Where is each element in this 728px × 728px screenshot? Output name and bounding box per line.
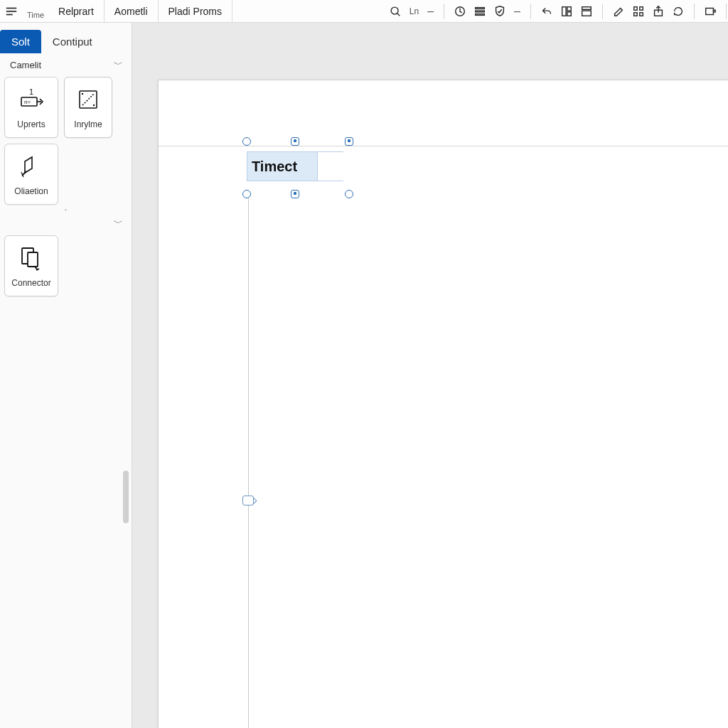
menu-item-aometli[interactable]: Aometli [105, 0, 159, 22]
svg-rect-11 [567, 11, 571, 15]
tool-connector[interactable]: Connector [4, 235, 58, 296]
shape-text[interactable]: Timect [247, 151, 318, 181]
svg-line-4 [397, 13, 400, 16]
oliaetion-icon [18, 152, 45, 181]
svg-rect-20 [714, 10, 716, 12]
layout-1-icon[interactable] [557, 1, 577, 21]
selected-shape[interactable]: Timect [241, 141, 349, 194]
more-icon[interactable] [700, 1, 720, 21]
svg-rect-12 [582, 6, 592, 9]
section-collapse-carat[interactable]: ˆ [0, 209, 132, 217]
svg-point-26 [93, 105, 95, 106]
toolbar-separator [694, 4, 695, 19]
tool-uprerts[interactable]: 1 n= Uprerts [4, 77, 58, 138]
svg-point-3 [391, 7, 398, 14]
chevron-down-icon: ﹀ [114, 58, 123, 71]
sidebar-tab-contiput[interactable]: Contiput [41, 30, 104, 53]
svg-rect-0 [6, 7, 16, 9]
svg-rect-10 [567, 6, 571, 10]
menu-item-relprart[interactable]: Relprart [48, 0, 105, 22]
selection-handle-br[interactable] [345, 190, 353, 198]
svg-rect-6 [476, 7, 485, 9]
export-icon[interactable] [648, 1, 668, 21]
toolbar-zoom-text: Ln [405, 6, 423, 16]
tool-label: Inrylme [73, 119, 103, 129]
tool-label: Oliaetion [13, 186, 49, 196]
toolbar-separator [602, 4, 603, 19]
tool-label: Uprerts [16, 119, 46, 129]
svg-rect-14 [634, 6, 638, 10]
toolbar-separator [726, 4, 727, 19]
shield-check-icon[interactable] [490, 1, 510, 21]
sidebar-tabs: Solt Contiput [0, 23, 132, 54]
svg-rect-28 [28, 252, 38, 267]
tool-oliaetion[interactable]: Oliaetion [4, 144, 58, 205]
menubar: Time Relprart Aometli Pladi Proms Ln – – [0, 0, 728, 23]
canvas-page[interactable]: Timect [158, 80, 728, 728]
canvas-area[interactable]: Timect [132, 23, 728, 728]
svg-rect-19 [706, 8, 714, 14]
sidebar-section-2-header[interactable]: ﹀ [0, 217, 132, 232]
svg-rect-7 [476, 11, 485, 12]
sidebar: Solt Contiput Camelit ﹀ 1 n= Uprerts [0, 23, 132, 728]
svg-rect-1 [6, 11, 16, 12]
svg-rect-17 [640, 12, 643, 16]
inrylme-icon [76, 85, 100, 114]
history-icon[interactable] [450, 1, 470, 21]
svg-rect-8 [476, 14, 485, 15]
svg-point-25 [82, 93, 83, 95]
vertical-guide [248, 194, 249, 728]
selection-handle-tm[interactable] [291, 137, 299, 146]
toolbar-dash-2: – [510, 5, 525, 18]
menu-item-pladi-proms[interactable]: Pladi Proms [159, 0, 232, 22]
toolbar-dash-1: – [423, 5, 438, 18]
connector-midpoint-handle[interactable] [242, 496, 254, 505]
chevron-down-icon: ﹀ [114, 217, 123, 230]
menu-time-label: Time [23, 11, 48, 22]
svg-rect-2 [6, 14, 13, 15]
selection-handle-bl[interactable] [242, 190, 251, 198]
undo-icon[interactable] [537, 1, 557, 21]
svg-text:1: 1 [29, 87, 33, 96]
tool-label: Connector [10, 278, 52, 288]
svg-rect-16 [634, 12, 638, 16]
toolbar-separator [444, 4, 444, 19]
toolbar-right: Ln – – [385, 0, 728, 22]
sidebar-section-camelit[interactable]: Camelit ﹀ [0, 54, 132, 74]
edit-icon[interactable] [609, 1, 628, 21]
uprerts-icon: 1 n= [17, 85, 46, 114]
selection-frame-extension [318, 151, 343, 181]
sidebar-section-title: Camelit [10, 60, 41, 70]
align-icon[interactable] [470, 1, 490, 21]
selection-handle-tr[interactable] [345, 137, 353, 146]
selection-handle-tl[interactable] [242, 137, 251, 146]
svg-rect-9 [562, 6, 566, 16]
grid-icon[interactable] [628, 1, 648, 21]
sidebar-tab-solt[interactable]: Solt [0, 30, 41, 53]
search-icon[interactable] [385, 1, 405, 21]
toolbar-separator [530, 4, 531, 19]
svg-rect-15 [640, 6, 643, 10]
sidebar-scrollbar-thumb[interactable] [123, 471, 129, 523]
selection-handle-bm[interactable] [291, 190, 299, 198]
tool-inrylme[interactable]: Inrylme [64, 77, 112, 138]
svg-rect-13 [582, 11, 592, 16]
svg-text:n=: n= [24, 99, 31, 105]
connector-icon [18, 244, 45, 272]
layout-2-icon[interactable] [577, 1, 596, 21]
app-menu-icon[interactable] [0, 0, 23, 23]
refresh-icon[interactable] [668, 1, 688, 21]
